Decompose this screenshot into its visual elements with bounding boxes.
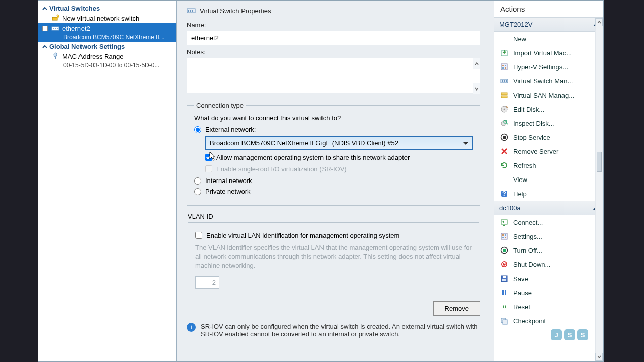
action-shut-down[interactable]: Shut Down...: [494, 257, 603, 272]
action-item-label: Virtual SAN Manag...: [513, 92, 574, 99]
action-pause[interactable]: Pause: [494, 286, 603, 300]
scrollbar-thumb[interactable]: [597, 152, 602, 172]
chevron-up-icon: [41, 43, 48, 50]
action-reset[interactable]: Reset: [494, 300, 603, 314]
private-network-radio[interactable]: [194, 188, 201, 195]
svg-rect-17: [505, 67, 506, 69]
remove-button[interactable]: Remove: [433, 301, 480, 316]
action-new[interactable]: New: [494, 32, 603, 46]
action-item-label: Stop Service: [513, 134, 550, 141]
internal-network-label: Internal network: [205, 177, 252, 185]
vlan-id-input: [195, 276, 219, 289]
save-icon: [500, 275, 508, 283]
virtual-switches-label: Virtual Switches: [49, 5, 100, 12]
svg-point-25: [504, 109, 505, 110]
action-settings[interactable]: Settings...: [494, 229, 603, 243]
action-hyper-v-settings[interactable]: Hyper-V Settings...: [494, 60, 603, 74]
action-item-label: Settings...: [513, 233, 542, 240]
svg-rect-35: [505, 234, 506, 236]
svg-rect-21: [506, 80, 507, 82]
actions-section-vm-label: dc100a: [499, 204, 521, 212]
svg-rect-42: [504, 262, 505, 264]
internal-network-radio[interactable]: [194, 177, 201, 185]
checkpoint-icon: [500, 317, 508, 325]
name-label: Name:: [187, 21, 480, 29]
action-item-label: Turn Off...: [513, 247, 542, 254]
action-checkpoint[interactable]: Checkpoint: [494, 314, 603, 328]
action-turn-off[interactable]: Turn Off...: [494, 243, 603, 257]
vswitch-title-icon: [187, 6, 196, 16]
switch-ethernet2-item[interactable]: + ethernet2: [38, 23, 176, 33]
action-item-label: Virtual Switch Man...: [513, 77, 573, 85]
action-refresh[interactable]: Refresh: [494, 158, 603, 172]
svg-rect-5: [57, 28, 58, 29]
action-edit-disk[interactable]: Edit Disk...: [494, 102, 603, 116]
svg-rect-20: [504, 80, 505, 82]
private-network-label: Private network: [205, 188, 251, 195]
action-save[interactable]: Save: [494, 272, 603, 286]
vswitch-icon: [500, 77, 508, 85]
actions-section-vm[interactable]: dc100a: [494, 201, 603, 215]
actions-pane: Actions MGT2012V NewImport Virtual Mac..…: [494, 1, 603, 361]
svg-rect-36: [502, 237, 504, 238]
notes-textarea[interactable]: [187, 58, 480, 93]
help-icon: ?: [500, 190, 508, 198]
actions-section-host[interactable]: MGT2012V: [494, 17, 603, 32]
svg-rect-15: [505, 65, 506, 66]
new-switch-icon: [51, 14, 59, 22]
action-help[interactable]: ?Help: [494, 187, 603, 201]
vlan-enable-checkbox[interactable]: [195, 232, 202, 239]
sriov-label: Enable single-root I/O virtualization (S…: [216, 165, 347, 173]
action-connect[interactable]: Connect...: [494, 215, 603, 229]
svg-rect-0: [52, 17, 57, 20]
mac-range-icon: [51, 52, 59, 60]
svg-rect-37: [505, 237, 506, 238]
new-switch-label: New virtual network switch: [62, 15, 139, 22]
external-network-radio[interactable]: [194, 126, 201, 133]
disk-icon: [500, 105, 508, 113]
allow-mgmt-checkbox[interactable]: [205, 154, 212, 161]
actions-scroll-up-icon[interactable]: [595, 18, 603, 26]
action-inspect-disk[interactable]: Inspect Disk...: [494, 116, 603, 130]
notes-scroll-down-icon[interactable]: [473, 83, 480, 94]
blank-icon: [500, 175, 508, 184]
notes-scroll-up-icon[interactable]: [473, 58, 480, 69]
action-item-label: View: [513, 176, 527, 184]
action-import-virtual-mac[interactable]: Import Virtual Mac...: [494, 46, 603, 60]
actions-scroll-down-icon[interactable]: [595, 353, 603, 361]
action-remove-server[interactable]: Remove Server: [494, 144, 603, 158]
new-virtual-switch-item[interactable]: New virtual network switch: [38, 13, 176, 23]
svg-rect-3: [53, 28, 54, 29]
svg-rect-45: [502, 279, 506, 281]
action-stop-service[interactable]: Stop Service: [494, 130, 603, 144]
svg-rect-47: [505, 290, 506, 295]
notes-label: Notes:: [187, 48, 480, 56]
global-settings-header[interactable]: Global Network Settings: [38, 42, 176, 51]
sriov-checkbox: [205, 165, 212, 172]
action-view[interactable]: View: [494, 172, 603, 187]
action-item-label: Refresh: [513, 162, 536, 169]
virtual-switches-header[interactable]: Virtual Switches: [38, 4, 176, 13]
pause-icon: [500, 289, 508, 297]
external-network-label: External network:: [205, 126, 256, 133]
svg-rect-49: [503, 320, 507, 324]
stop-icon: [500, 133, 508, 141]
name-input[interactable]: [187, 31, 480, 45]
adapter-dropdown[interactable]: Broadcom BCM5709C NetXtreme II GigE (NDI…: [205, 136, 473, 150]
expand-plus-icon[interactable]: +: [42, 26, 48, 31]
actions-title: Actions: [494, 1, 603, 17]
svg-rect-14: [502, 65, 504, 66]
connection-question: What do you want to connect this virtual…: [194, 114, 473, 122]
svg-rect-11: [192, 10, 193, 12]
action-item-label: Import Virtual Mac...: [513, 49, 572, 57]
actions-scrollbar[interactable]: [595, 26, 603, 353]
action-item-label: Checkpoint: [513, 317, 546, 325]
mac-range-item[interactable]: MAC Address Range: [38, 51, 176, 61]
allow-mgmt-label: Allow management operating system to sha…: [216, 154, 410, 161]
watermark: JSS: [551, 329, 588, 340]
switch-ethernet2-sublabel: Broadcom BCM5709C NetXtreme II...: [38, 33, 176, 42]
svg-rect-34: [502, 234, 504, 236]
action-virtual-switch-man[interactable]: Virtual Switch Man...: [494, 74, 603, 88]
connect-icon: [500, 218, 508, 226]
action-virtual-san-manag[interactable]: Virtual SAN Manag...: [494, 88, 603, 102]
